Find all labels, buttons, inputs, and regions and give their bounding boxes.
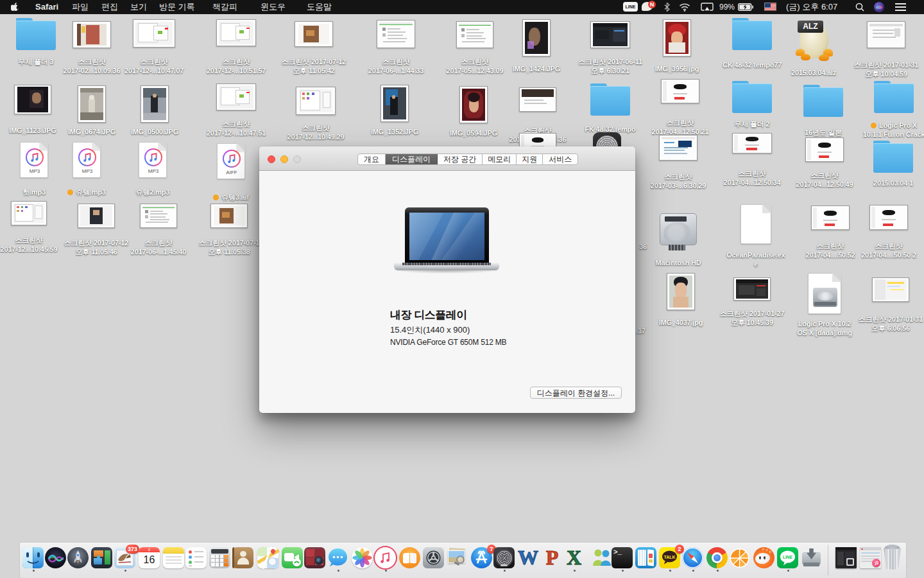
svg-text:TALK: TALK xyxy=(663,555,675,559)
svg-text:W: W xyxy=(518,547,538,568)
svg-text:X: X xyxy=(567,547,581,568)
svg-text:P: P xyxy=(546,547,559,568)
svg-text:LINE: LINE xyxy=(783,555,792,559)
